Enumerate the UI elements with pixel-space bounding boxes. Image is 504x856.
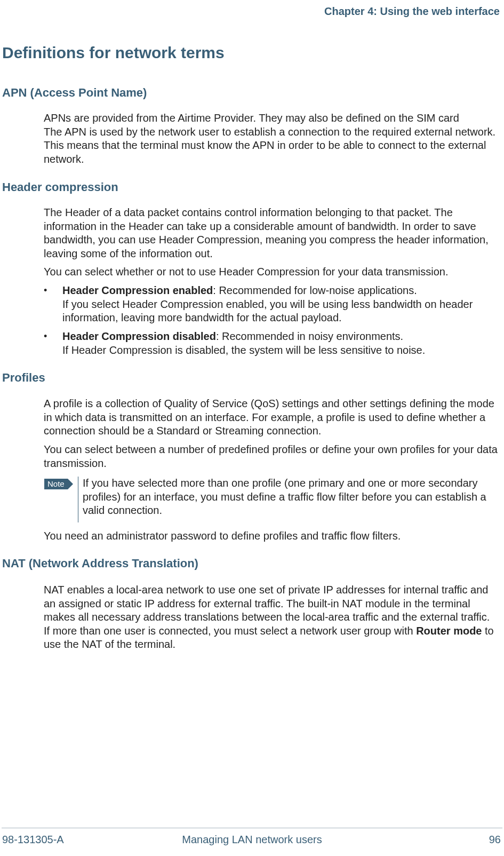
text-bold: Header Compression disabled: [62, 330, 216, 342]
hc-bullet-2: • Header Compression disabled: Recommend…: [44, 330, 501, 357]
page-title: Definitions for network terms: [2, 44, 225, 62]
note-block: Note If you have selected more than one …: [44, 477, 501, 522]
text: : Recommended in noisy environments.: [216, 330, 403, 342]
bullet-icon: •: [44, 284, 55, 297]
text: APNs are provided from the Airtime Provi…: [44, 112, 459, 124]
text: If more than one user is connected, you …: [44, 625, 416, 637]
text-bold: Router mode: [416, 625, 482, 637]
document-page: Chapter 4: Using the web interface Defin…: [0, 0, 504, 856]
text-bold: Header Compression enabled: [62, 284, 213, 296]
section-heading-nat: NAT (Network Address Translation): [2, 557, 198, 570]
hc-bullet-1: • Header Compression enabled: Recommende…: [44, 284, 501, 325]
profiles-paragraph-1: A profile is a collection of Quality of …: [44, 397, 501, 438]
nat-paragraph: NAT enables a local-area network to use …: [44, 583, 501, 652]
footer-page-number: 96: [489, 834, 501, 846]
divider: [2, 828, 502, 828]
section-heading-apn: APN (Access Point Name): [2, 86, 147, 100]
chapter-header: Chapter 4: Using the web interface: [324, 5, 500, 18]
section-heading-header-compression: Header compression: [2, 180, 118, 194]
text: : Recommended for low-noise applications…: [213, 284, 417, 296]
note-text: If you have selected more than one profi…: [83, 477, 501, 521]
text: The APN is used by the network user to e…: [44, 126, 495, 165]
text: If you select Header Compression enabled…: [62, 298, 473, 324]
note-badge: Note: [44, 479, 73, 489]
text: NAT enables a local-area network to use …: [44, 584, 490, 623]
text: If Header Compression is disabled, the s…: [62, 344, 425, 356]
hc-paragraph-2: You can select whether or not to use Hea…: [44, 265, 501, 279]
hc-paragraph-1: The Header of a data packet contains con…: [44, 206, 501, 260]
profiles-paragraph-3: You need an administrator password to de…: [44, 529, 501, 543]
profiles-paragraph-2: You can select between a number of prede…: [44, 443, 501, 470]
bullet-icon: •: [44, 330, 55, 343]
arrow-right-icon: [68, 479, 73, 489]
apn-paragraph: APNs are provided from the Airtime Provi…: [44, 112, 501, 166]
note-label: Note: [44, 479, 68, 489]
section-heading-profiles: Profiles: [2, 371, 45, 385]
footer-section-title: Managing LAN network users: [0, 834, 504, 846]
divider: [78, 477, 78, 522]
